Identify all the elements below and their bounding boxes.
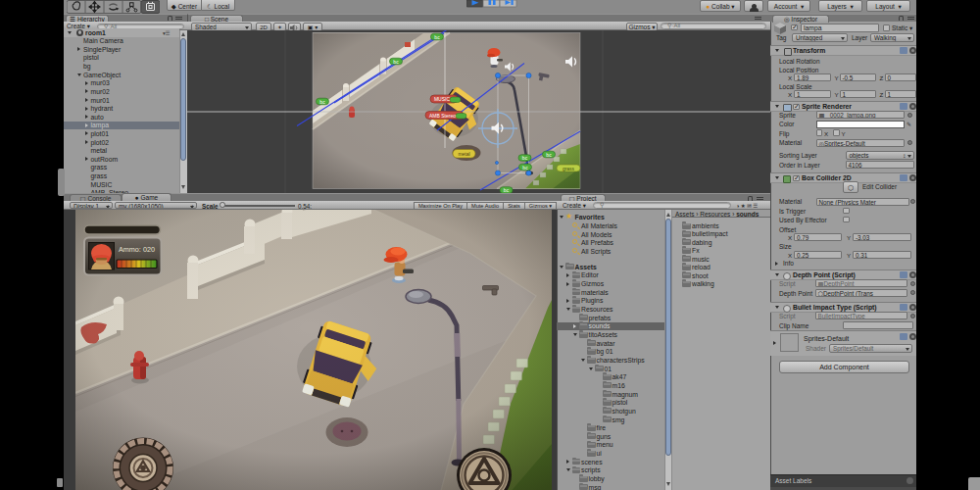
svg-text:grass: grass bbox=[563, 165, 575, 171]
svg-text:AMB Stereo: AMB Stereo bbox=[429, 112, 456, 118]
svg-text:bc: bc bbox=[319, 98, 325, 104]
svg-text:MUSIC: MUSIC bbox=[434, 96, 451, 102]
svg-text:bc: bc bbox=[522, 155, 528, 161]
svg-text:bc: bc bbox=[434, 33, 440, 39]
svg-text:bc: bc bbox=[393, 58, 399, 64]
svg-text:bc: bc bbox=[504, 187, 510, 193]
svg-text:metal: metal bbox=[458, 150, 469, 156]
svg-text:bc: bc bbox=[546, 151, 552, 157]
svg-text:bc: bc bbox=[522, 164, 528, 170]
